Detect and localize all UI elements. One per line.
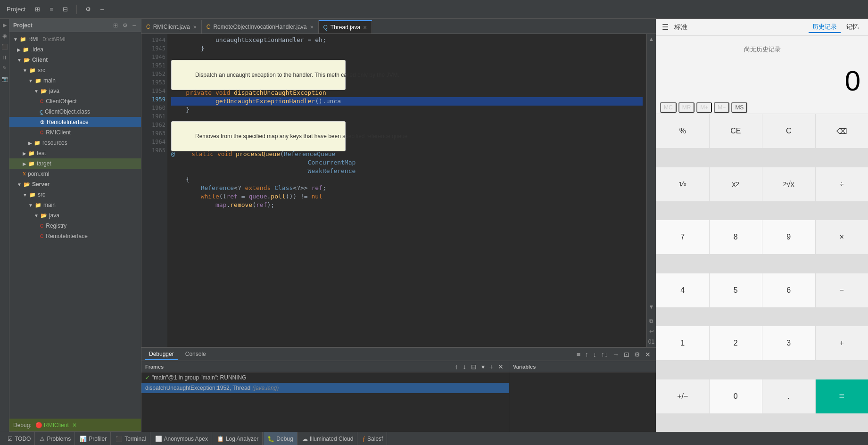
sidebar-minimize-btn[interactable]: – [131,22,137,29]
tree-item-remoteinterface-server[interactable]: C RemoteInterface [9,231,141,241]
tool-btn-4[interactable]: ⏸ [1,53,8,62]
calc-mem-mplus[interactable]: M+ [696,102,712,113]
tool-btn-6[interactable]: 📷 [0,74,9,83]
frames-btn-add[interactable]: + [488,362,495,371]
scroll-wrap[interactable]: ↩ [648,326,655,337]
status-problems[interactable]: ⚠ Problems [36,432,75,445]
toolbar-settings[interactable]: ⚙ [83,5,94,14]
tab-close-thread[interactable]: ✕ [363,25,367,30]
debug-btn-up[interactable]: ↑ [584,350,590,359]
calc-btn-percent[interactable]: % [656,114,709,148]
tree-item-src-server[interactable]: ▼ 📁 src [9,190,141,200]
calc-menu-icon[interactable]: ☰ [662,23,669,32]
calc-btn-ce[interactable]: CE [710,114,762,148]
tool-btn-3[interactable]: ⬛ [0,42,9,51]
status-log-analyzer[interactable]: 📋 Log Analyzer [213,432,263,445]
toolbar-minimize[interactable]: – [98,5,107,14]
calc-btn-sqrt[interactable]: 2√x [762,167,815,201]
calc-btn-3[interactable]: 3 [762,326,815,360]
tree-item-main-server[interactable]: ▼ 📁 main [9,200,141,210]
scroll-down[interactable]: ▼ [648,302,655,312]
debug-tab-debugger[interactable]: Debugger [145,349,178,360]
tab-thread[interactable]: Q Thread.java ✕ [319,20,372,33]
calc-btn-subtract[interactable]: − [816,273,868,307]
project-menu[interactable]: Project [4,5,28,14]
debug-btn-step-out[interactable]: ↑↓ [600,350,609,359]
calc-btn-4[interactable]: 4 [656,273,709,307]
tool-btn-2[interactable]: ◉ [1,32,8,41]
tab-close-rmiclient[interactable]: ✕ [193,25,197,30]
status-debug[interactable]: 🐛 Debug [264,432,297,445]
status-illuminated-cloud[interactable]: ☁ Illuminated Cloud [298,432,358,445]
tree-item-main-client[interactable]: ▼ 📁 main [9,75,141,86]
calc-mem-mr[interactable]: MR [678,102,695,113]
calc-btn-2[interactable]: 2 [710,326,762,360]
frames-btn-close[interactable]: ✕ [496,362,505,371]
calc-mem-ms[interactable]: MS [731,102,747,113]
tree-item-server[interactable]: ▼ 📂 Server [9,179,141,190]
scroll-copy[interactable]: ⧉ [648,316,654,326]
status-todo[interactable]: ☑ TODO [4,432,35,445]
calc-btn-5[interactable]: 5 [710,273,762,307]
status-salesforce[interactable]: ƒ Salesf [358,432,387,445]
calc-btn-add[interactable]: + [816,326,868,360]
calc-btn-backspace[interactable]: ⌫ [816,114,868,148]
frames-btn-down[interactable]: ↓ [462,362,468,371]
tree-item-clientobjectclass[interactable]: C̲ ClientObject.class [9,107,141,117]
tab-close-remotehandler[interactable]: ✕ [310,25,314,30]
tab-remotehandler[interactable]: C RemoteObjectInvocationHandler.java ✕ [202,20,319,33]
tab-rmiclient[interactable]: C RMIClient.java ✕ [141,20,202,33]
debug-btn-run[interactable]: → [611,350,620,359]
calc-btn-6[interactable]: 6 [762,273,815,307]
tree-item-client[interactable]: ▼ 📂 Client [9,55,141,65]
tree-item-src-client[interactable]: ▼ 📁 src [9,65,141,75]
calc-mem-mc[interactable]: MC [660,102,677,113]
sidebar-collapse-btn[interactable]: ⊞ [112,22,119,29]
tree-item-remoteinterface[interactable]: ① RemoteInterface [9,117,141,127]
calc-btn-c[interactable]: C [762,114,815,148]
debug-tab-name[interactable]: 🔴 RMIClient ✕ [35,422,77,429]
frame-item-main[interactable]: ✓ "main"@1 in group "main": RUNNING [141,372,509,383]
debug-btn-down[interactable]: ↓ [592,350,598,359]
debug-tab-console[interactable]: Console [182,349,210,360]
status-profiler[interactable]: 📊 Profiler [76,432,111,445]
tree-item-registry[interactable]: C Registry [9,221,141,231]
tree-item-rmi[interactable]: ▼ 📁 RMI D:\ctf\RMI [9,34,141,44]
toolbar-icon-3[interactable]: ⊟ [60,5,71,14]
debug-btn-list[interactable]: ≡ [575,350,582,359]
calc-btn-reciprocal[interactable]: 1⁄x [656,167,709,201]
calc-btn-0[interactable]: 0 [710,379,762,413]
debug-btn-close[interactable]: ✕ [644,350,652,359]
tree-item-java-server[interactable]: ▼ 📂 java [9,210,141,221]
calc-btn-7[interactable]: 7 [656,220,709,254]
frames-btn-up[interactable]: ↑ [454,362,460,371]
status-terminal[interactable]: ⬛ Terminal [112,432,150,445]
tree-item-test-client[interactable]: ▶ 📁 test [9,148,141,158]
calc-btn-square[interactable]: x2 [710,167,762,201]
calc-btn-negate[interactable]: +/− [656,379,709,413]
tree-item-resources-client[interactable]: ▶ 📁 resources [9,138,141,148]
frames-btn-more[interactable]: ▾ [480,362,486,371]
sidebar-settings-btn[interactable]: ⚙ [121,22,129,29]
tool-btn-1[interactable]: ▶ [2,21,8,30]
calc-mem-mminus[interactable]: M− [714,102,729,113]
tree-item-java-client[interactable]: ▼ 📂 java [9,86,141,96]
frames-btn-filter[interactable]: ⊟ [470,362,478,371]
frame-item-dispatch[interactable]: dispatchUncaughtException:1952, Thread (… [141,383,509,393]
tree-item-idea[interactable]: ▶ 📁 .idea [9,44,141,55]
scroll-up[interactable]: ▲ [648,34,655,44]
debug-btn-evaluate[interactable]: ⊡ [622,350,631,359]
toolbar-icon-2[interactable]: ≡ [47,5,56,14]
calc-btn-equals[interactable]: = [816,379,868,413]
calc-btn-1[interactable]: 1 [656,326,709,360]
toolbar-icon-1[interactable]: ⊞ [32,5,43,14]
tree-item-rmiclient[interactable]: C RMIClient [9,127,141,138]
tree-item-clientobject[interactable]: C ClientObject [9,96,141,107]
tree-item-target-client[interactable]: ▶ 📁 target [9,158,141,169]
calc-btn-divide[interactable]: ÷ [816,167,868,201]
debug-tab-close[interactable]: ✕ [72,422,77,429]
scroll-binary[interactable]: 01 [647,337,655,347]
calc-btn-multiply[interactable]: × [816,220,868,254]
calc-mode-standard[interactable]: 历史记录 [809,22,841,33]
calc-btn-9[interactable]: 9 [762,220,815,254]
